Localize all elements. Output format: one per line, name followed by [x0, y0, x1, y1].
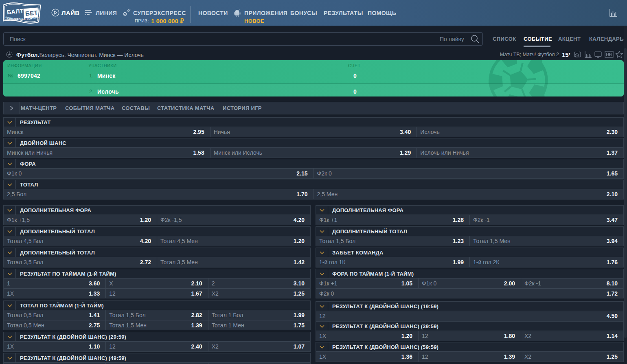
svg-text:БЕТ: БЕТ — [25, 9, 38, 17]
svg-text:БАЛТ: БАЛТ — [7, 8, 24, 16]
